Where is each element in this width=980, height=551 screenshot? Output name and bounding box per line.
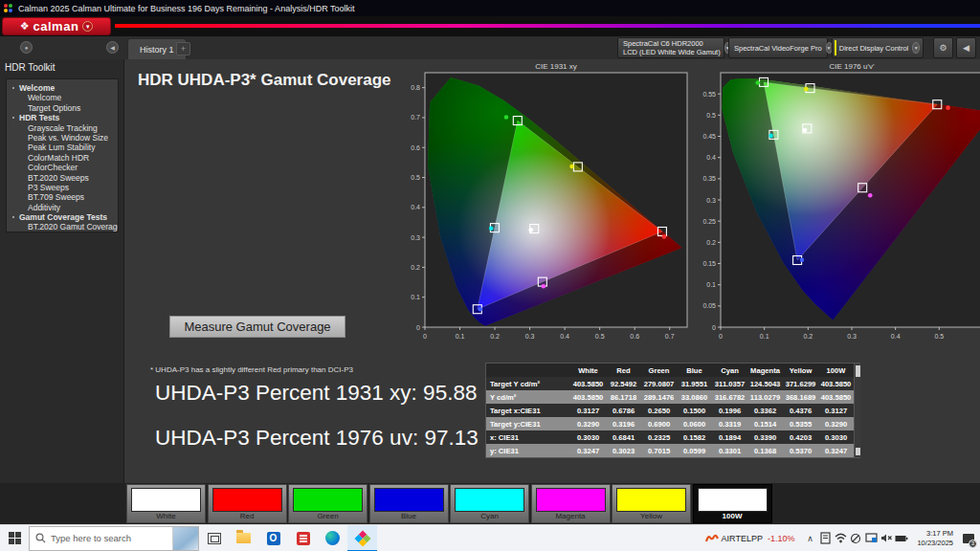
table-cell: 0.3301 xyxy=(712,444,747,457)
page-title: HDR UHDA-P3* Gamut Coverage xyxy=(138,71,391,90)
sidebar-item-bt-2020-sweeps[interactable]: BT.2020 Sweeps xyxy=(7,173,118,183)
pattern-swatch-cyan[interactable]: Cyan xyxy=(450,484,529,523)
svg-text:0.45: 0.45 xyxy=(702,133,716,140)
pattern-swatch-green[interactable]: Green xyxy=(288,484,368,523)
search-placeholder: Type here to search xyxy=(51,533,172,543)
panel-collapse-button[interactable]: ◀ xyxy=(956,37,976,58)
clipboard-tray-icon[interactable] xyxy=(817,525,833,551)
sidebar-item-grayscale-tracking[interactable]: Grayscale Tracking xyxy=(7,123,118,133)
svg-text:0.3: 0.3 xyxy=(706,197,716,204)
calman-menu-button[interactable]: ❖ calman ▼ xyxy=(2,17,111,35)
tray-expand-button[interactable]: ∧ xyxy=(802,525,817,551)
pattern-swatch-100w[interactable]: 100W xyxy=(693,484,772,523)
measurement-table: WhiteRedGreenBlueCyanMagentaYellow100WTa… xyxy=(485,363,860,458)
bluetooth-off-tray-icon[interactable] xyxy=(848,525,863,551)
volume-muted-tray-icon[interactable] xyxy=(879,525,894,551)
svg-text:0.05: 0.05 xyxy=(702,302,716,309)
system-tray: AIRTELPP -1.10% ∧ 3:17 PM xyxy=(705,525,980,551)
pattern-swatch-blue[interactable]: Blue xyxy=(369,484,449,523)
swatch-color xyxy=(131,488,201,512)
edge-icon xyxy=(325,531,340,545)
table-cell: 0.2325 xyxy=(641,430,677,444)
sidebar-item-hdr-tests[interactable]: HDR Tests xyxy=(7,113,118,122)
sidebar-item-colormatch-hdr[interactable]: ColorMatch HDR xyxy=(7,153,118,163)
chevron-left-icon: ◀ xyxy=(963,43,969,53)
svg-text:0.7: 0.7 xyxy=(411,114,420,121)
sidebar-item-welcome[interactable]: Welcome xyxy=(7,83,118,93)
pinned-app-button[interactable] xyxy=(288,525,318,551)
sidebar-item-bt-2020-gamut-coverage[interactable]: BT.2020 Gamut Coverage xyxy=(7,222,118,231)
table-header: Magenta xyxy=(747,364,783,377)
calman-taskbar-button[interactable] xyxy=(347,525,377,551)
search-highlight-image[interactable] xyxy=(172,527,198,550)
table-cell: 0.3362 xyxy=(747,404,783,417)
svg-text:0.5: 0.5 xyxy=(934,333,944,340)
cie-1976-chart: CIE 1976 u'v' 0 0.1 0.2 0.3 0.4 0.5 0 0.… xyxy=(696,61,980,342)
settings-button[interactable]: ⚙ xyxy=(933,37,953,58)
outlook-icon: O xyxy=(267,532,280,545)
swatch-color xyxy=(616,488,686,512)
sidebar-collapse-button[interactable]: ◀ xyxy=(106,41,119,54)
sidebar-item-bt-709-sweeps[interactable]: BT.709 Sweeps xyxy=(7,192,118,202)
pattern-swatch-red[interactable]: Red xyxy=(208,484,287,523)
red-app-icon xyxy=(297,532,310,545)
table-cell: 0.0600 xyxy=(677,417,712,430)
start-button[interactable] xyxy=(0,525,29,551)
table-cell: 0.6786 xyxy=(606,404,641,417)
search-icon xyxy=(35,533,46,543)
sidebar-item-peak-vs-window-size[interactable]: Peak vs. Window Size xyxy=(7,133,118,143)
svg-text:0.5: 0.5 xyxy=(595,333,605,340)
airtel-logo-icon xyxy=(705,534,719,543)
meter-line2: LCD (LED White Wide Gamut) xyxy=(623,48,721,56)
svg-text:0.7: 0.7 xyxy=(665,333,675,340)
display-tray-icon[interactable] xyxy=(863,525,879,551)
network-widget[interactable]: AIRTELPP -1.10% xyxy=(705,534,795,543)
swatch-label: Red xyxy=(209,512,286,520)
svg-text:0.1: 0.1 xyxy=(456,333,465,340)
meter-dropdown[interactable]: SpectraCal C6 HDR2000 LCD (LED White Wid… xyxy=(617,37,724,58)
add-tab-button[interactable]: + xyxy=(176,42,190,55)
table-cell: 124.5043 xyxy=(747,377,783,390)
table-cell: 0.1582 xyxy=(677,430,712,444)
display-control-dropdown[interactable]: Direct Display Control ▼ xyxy=(832,37,924,58)
svg-text:0.3: 0.3 xyxy=(411,234,420,241)
wifi-tray-icon[interactable] xyxy=(833,525,848,551)
pattern-swatch-magenta[interactable]: Magenta xyxy=(531,484,611,523)
svg-text:0.6: 0.6 xyxy=(411,144,420,151)
source-dropdown[interactable]: SpectraCal VideoForge Pro ▼ xyxy=(728,37,828,58)
file-explorer-button[interactable] xyxy=(229,525,258,551)
network-name: AIRTELPP xyxy=(722,534,763,543)
sidebar-item-colorchecker[interactable]: ColorChecker xyxy=(7,163,118,172)
notification-center-button[interactable]: 3 xyxy=(959,525,978,551)
svg-text:0.2: 0.2 xyxy=(706,239,716,246)
sidebar-item-additivity[interactable]: Additivity xyxy=(7,203,118,212)
table-cell: 289.1476 xyxy=(641,390,677,404)
workspace-pin-button[interactable]: ● xyxy=(20,41,33,54)
pattern-swatch-white[interactable]: White xyxy=(126,484,206,523)
table-cell: 0.5370 xyxy=(783,444,818,457)
battery-tray-icon[interactable] xyxy=(894,525,909,551)
measure-gamut-coverage-button[interactable]: Measure Gamut Coverage xyxy=(169,316,345,338)
pattern-swatch-yellow[interactable]: Yellow xyxy=(612,484,691,523)
taskbar-clock[interactable]: 3:17 PM 10/23/2025 xyxy=(917,529,953,548)
sidebar-item-peak-lum-stability[interactable]: Peak Lum Stability xyxy=(7,143,118,152)
svg-text:0.4: 0.4 xyxy=(411,204,420,210)
task-view-button[interactable] xyxy=(199,525,229,551)
control-status-bar xyxy=(835,40,836,55)
sidebar-item-welcome[interactable]: Welcome xyxy=(7,93,118,102)
outlook-button[interactable]: O xyxy=(258,525,288,551)
app-logo-icon xyxy=(4,4,13,13)
search-input[interactable]: Type here to search xyxy=(29,526,199,551)
sidebar-item-target-options[interactable]: Target Options xyxy=(7,103,118,113)
sidebar-item-gamut-coverage-tests[interactable]: Gamut Coverage Tests xyxy=(7,212,118,222)
chevron-up-icon: ∧ xyxy=(807,534,813,543)
svg-text:0: 0 xyxy=(416,324,420,331)
table-cell: 371.6299 xyxy=(783,377,818,390)
table-cell: 0.6900 xyxy=(641,417,677,430)
table-header: Cyan xyxy=(712,364,747,377)
table-scrollbar[interactable] xyxy=(854,364,861,457)
percent-1931-readout: UHDA-P3 Percent 1931 xy: 95.88 xyxy=(155,381,477,406)
edge-button[interactable] xyxy=(318,525,347,551)
row-label: Target x:CIE31 xyxy=(486,404,570,417)
sidebar-item-p3-sweeps[interactable]: P3 Sweeps xyxy=(7,183,118,192)
